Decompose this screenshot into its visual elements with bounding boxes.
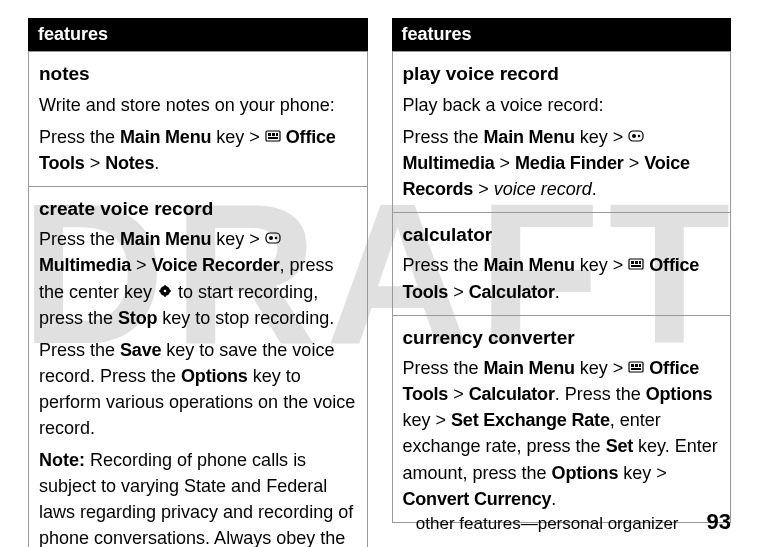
text-gt1: > <box>448 384 469 404</box>
svg-rect-19 <box>635 261 638 264</box>
label-convert-currency: Convert Currency <box>403 489 552 509</box>
label-set: Set <box>606 436 633 456</box>
cell-create-voice-record: create voice record Press the Main Menu … <box>28 186 368 547</box>
office-tools-icon <box>265 128 281 144</box>
label-note: Note: <box>39 450 85 470</box>
svg-rect-18 <box>631 261 634 264</box>
text-gt: > <box>85 153 106 173</box>
label-multimedia: Multimedia <box>39 255 131 275</box>
create-path: Press the Main Menu key > Multimedia > V… <box>39 226 357 330</box>
svg-rect-12 <box>159 290 162 291</box>
label-main-menu: Main Menu <box>484 358 575 378</box>
label-main-menu: Main Menu <box>120 127 211 147</box>
title-currency: currency converter <box>403 324 721 352</box>
svg-rect-13 <box>168 290 171 291</box>
footer-label: other features—personal organizer <box>416 514 679 534</box>
notes-desc: Write and store notes on your phone: <box>39 92 357 118</box>
text-note-body: Recording of phone calls is subject to v… <box>39 450 353 547</box>
text-period: . <box>592 179 597 199</box>
svg-rect-11 <box>164 294 165 297</box>
text-period: . <box>555 282 560 302</box>
svg-rect-4 <box>268 137 278 139</box>
text-key-gt: key > <box>575 127 629 147</box>
svg-point-7 <box>274 237 277 240</box>
title-calculator: calculator <box>403 221 721 249</box>
currency-path: Press the Main Menu key > Office Tools >… <box>403 355 721 512</box>
svg-point-6 <box>269 236 273 240</box>
label-options2: Options <box>552 463 619 483</box>
cell-play-voice: play voice record Play back a voice reco… <box>392 51 732 212</box>
svg-rect-26 <box>631 368 641 370</box>
label-voice-record-item: voice record <box>494 179 592 199</box>
text-gt: > <box>131 255 152 275</box>
text-key-gt: key > <box>575 255 629 275</box>
office-tools-icon <box>628 359 644 375</box>
multimedia-icon <box>265 230 281 246</box>
text-p2a: Press the <box>39 340 120 360</box>
text-gt3: > <box>473 179 494 199</box>
cell-notes: notes Write and store notes on your phon… <box>28 51 368 186</box>
text-press: Press the <box>403 358 484 378</box>
label-calculator: Calculator <box>469 282 555 302</box>
label-options: Options <box>646 384 713 404</box>
right-header: features <box>392 18 732 51</box>
title-create-voice: create voice record <box>39 195 357 223</box>
svg-point-9 <box>164 289 167 292</box>
text-key-gt: key > <box>575 358 629 378</box>
play-path: Press the Main Menu key > Multimedia > M… <box>403 124 721 202</box>
svg-rect-2 <box>272 133 275 136</box>
page-content: features notes Write and store notes on … <box>0 0 759 547</box>
svg-rect-23 <box>631 364 634 367</box>
text-mid5: key > <box>618 463 667 483</box>
text-press: Press the <box>403 255 484 275</box>
label-stop: Stop <box>118 308 157 328</box>
create-note: Note: Recording of phone calls is subjec… <box>39 447 357 547</box>
svg-point-15 <box>632 134 636 138</box>
title-play-voice: play voice record <box>403 60 721 88</box>
notes-path: Press the Main Menu key > Office Tools >… <box>39 124 357 176</box>
center-key-icon <box>157 283 173 299</box>
page-footer: other features—personal organizer 93 <box>416 509 731 535</box>
label-voice-recorder: Voice Recorder <box>152 255 280 275</box>
svg-rect-20 <box>639 261 641 264</box>
multimedia-icon <box>628 128 644 144</box>
title-notes: notes <box>39 60 357 88</box>
label-options: Options <box>181 366 248 386</box>
text-gt2: > <box>624 153 645 173</box>
label-main-menu: Main Menu <box>484 127 575 147</box>
text-mid3: key to stop recording. <box>157 308 334 328</box>
label-main-menu: Main Menu <box>120 229 211 249</box>
label-save: Save <box>120 340 161 360</box>
text-gt1: > <box>495 153 516 173</box>
label-media-finder: Media Finder <box>515 153 624 173</box>
right-column: features play voice record Play back a v… <box>392 18 732 547</box>
left-column: features notes Write and store notes on … <box>28 18 368 547</box>
label-notes: Notes <box>105 153 154 173</box>
text-period: . <box>154 153 159 173</box>
office-tools-icon <box>628 256 644 272</box>
cell-currency: currency converter Press the Main Menu k… <box>392 315 732 523</box>
svg-rect-10 <box>164 285 165 288</box>
svg-rect-24 <box>635 364 638 367</box>
page-number: 93 <box>707 509 731 535</box>
cell-calculator: calculator Press the Main Menu key > Off… <box>392 212 732 315</box>
text-key-gt: key > <box>211 127 265 147</box>
text-gt: > <box>448 282 469 302</box>
svg-rect-25 <box>639 364 641 367</box>
text-press: Press the <box>39 229 120 249</box>
text-period: . <box>551 489 556 509</box>
text-press: Press the <box>403 127 484 147</box>
label-main-menu: Main Menu <box>484 255 575 275</box>
label-multimedia: Multimedia <box>403 153 495 173</box>
text-key-gt: key > <box>211 229 265 249</box>
text-mid1: . Press the <box>555 384 646 404</box>
calculator-path: Press the Main Menu key > Office Tools >… <box>403 252 721 304</box>
svg-rect-21 <box>631 265 641 267</box>
play-desc: Play back a voice record: <box>403 92 721 118</box>
svg-point-16 <box>638 134 641 137</box>
text-mid2: key > <box>403 410 452 430</box>
svg-rect-1 <box>268 133 271 136</box>
text-press: Press the <box>39 127 120 147</box>
label-calculator: Calculator <box>469 384 555 404</box>
create-save: Press the Save key to save the voice rec… <box>39 337 357 441</box>
